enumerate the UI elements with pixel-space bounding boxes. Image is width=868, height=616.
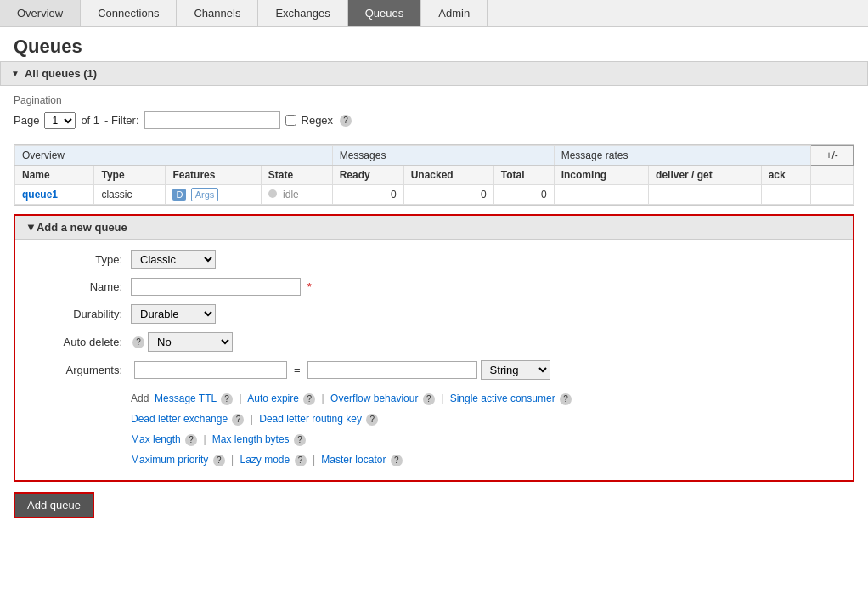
type-label: Type: xyxy=(29,253,131,266)
queue-state: idle xyxy=(261,185,332,205)
sep7: | xyxy=(313,454,315,466)
nav-item-channels[interactable]: Channels xyxy=(177,0,258,26)
col-deliver-get: deliver / get xyxy=(649,166,762,185)
page-title: Queues xyxy=(0,27,868,61)
dead-letter-exchange-help-icon[interactable]: ? xyxy=(232,414,244,426)
sep4: | xyxy=(251,413,253,425)
type-select[interactable]: Classic Quorum Stream xyxy=(131,250,216,269)
auto-delete-select[interactable]: No Yes xyxy=(148,332,233,352)
queue-deliver-get xyxy=(649,185,762,205)
required-star: * xyxy=(307,280,312,293)
lazy-mode-link[interactable]: Lazy mode xyxy=(240,454,290,466)
pagination-label: Pagination xyxy=(14,94,854,106)
nav-item-exchanges[interactable]: Exchanges xyxy=(258,0,347,26)
all-queues-label: All queues (1) xyxy=(25,67,97,80)
section-rates: Message rates xyxy=(554,146,811,166)
nav-item-overview[interactable]: Overview xyxy=(0,0,81,26)
pagination-section: Pagination Page 1 of 1 - Filter: Regex ? xyxy=(0,86,868,138)
add-text: Add xyxy=(131,393,152,404)
sep5: | xyxy=(203,433,206,445)
filter-input[interactable] xyxy=(144,111,280,129)
col-state: State xyxy=(261,166,332,185)
name-control: * xyxy=(131,278,312,296)
max-length-link[interactable]: Max length xyxy=(131,433,181,445)
sep3: | xyxy=(441,393,443,404)
add-links: Add Message TTL ? | Auto expire ? | Over… xyxy=(131,388,839,470)
add-queue-btn-wrapper: Add queue xyxy=(14,492,854,518)
lazy-mode-help-icon[interactable]: ? xyxy=(295,455,307,466)
queue-unacked: 0 xyxy=(403,185,493,205)
maximum-priority-help-icon[interactable]: ? xyxy=(213,455,225,466)
auto-delete-label: Auto delete: xyxy=(29,336,131,348)
col-ready: Ready xyxy=(332,166,403,185)
section-messages: Messages xyxy=(332,146,554,166)
main-nav: OverviewConnectionsChannelsExchangesQueu… xyxy=(0,0,868,27)
queues-table: Overview Messages Message rates +/- Name… xyxy=(14,145,854,205)
add-queue-button[interactable]: Add queue xyxy=(14,492,94,518)
max-length-bytes-help-icon[interactable]: ? xyxy=(294,434,306,446)
master-locator-link[interactable]: Master locator xyxy=(321,454,386,466)
queue-incoming xyxy=(554,185,648,205)
type-control: Classic Quorum Stream xyxy=(131,250,216,269)
dead-letter-routing-key-link[interactable]: Dead letter routing key xyxy=(259,413,362,425)
queue-ack xyxy=(761,185,811,205)
regex-checkbox[interactable] xyxy=(285,115,296,126)
message-ttl-link[interactable]: Message TTL xyxy=(155,393,217,404)
col-total: Total xyxy=(493,166,554,185)
col-unacked: Unacked xyxy=(403,166,493,185)
arguments-value-input[interactable] xyxy=(307,361,477,379)
arguments-key-input[interactable] xyxy=(134,361,287,379)
regex-help-icon[interactable]: ? xyxy=(340,115,352,127)
queue-type: classic xyxy=(94,185,166,205)
add-queue-header[interactable]: ▼ Add a new queue xyxy=(15,216,853,240)
add-queue-arrow-icon: ▼ xyxy=(25,221,37,234)
arguments-row: Arguments: = String Number Boolean xyxy=(29,360,839,380)
equals-sign: = xyxy=(290,364,304,376)
plus-minus-btn[interactable]: +/- xyxy=(811,146,854,166)
col-name: Name xyxy=(15,166,94,185)
overflow-behaviour-help-icon[interactable]: ? xyxy=(423,393,435,405)
durability-label: Durability: xyxy=(29,308,131,320)
durability-select[interactable]: Durable Transient xyxy=(131,304,216,324)
page-text: Page xyxy=(14,114,39,127)
single-active-consumer-help-icon[interactable]: ? xyxy=(560,393,572,405)
max-length-help-icon[interactable]: ? xyxy=(185,434,197,446)
nav-item-queues[interactable]: Queues xyxy=(348,0,422,26)
durability-control: Durable Transient xyxy=(131,304,216,324)
add-queue-label: Add a new queue xyxy=(37,221,127,234)
col-features: Features xyxy=(166,166,261,185)
message-ttl-help-icon[interactable]: ? xyxy=(221,393,233,405)
queue-name[interactable]: queue1 xyxy=(15,185,94,205)
dead-letter-exchange-link[interactable]: Dead letter exchange xyxy=(131,413,228,425)
badge-d: D xyxy=(172,189,186,201)
name-row: Name: * xyxy=(29,278,839,296)
queue-ready: 0 xyxy=(332,185,403,205)
auto-expire-help-icon[interactable]: ? xyxy=(303,393,315,405)
type-row: Type: Classic Quorum Stream xyxy=(29,250,839,269)
auto-delete-help-icon[interactable]: ? xyxy=(132,336,144,348)
arguments-type-select[interactable]: String Number Boolean xyxy=(481,360,550,380)
all-queues-header[interactable]: ▼ All queues (1) xyxy=(0,61,868,86)
section-overview: Overview xyxy=(15,146,333,166)
sep6: | xyxy=(231,454,234,466)
add-queue-section: ▼ Add a new queue Type: Classic Quorum S… xyxy=(14,214,854,482)
sep1: | xyxy=(239,393,241,404)
sep2: | xyxy=(322,393,324,404)
single-active-consumer-link[interactable]: Single active consumer xyxy=(450,393,555,404)
dead-letter-routing-key-help-icon[interactable]: ? xyxy=(366,414,378,426)
nav-item-connections[interactable]: Connections xyxy=(81,0,177,26)
arguments-label: Arguments: xyxy=(29,364,131,376)
nav-item-admin[interactable]: Admin xyxy=(421,0,488,26)
col-type: Type xyxy=(94,166,166,185)
auto-expire-link[interactable]: Auto expire xyxy=(247,393,299,404)
maximum-priority-link[interactable]: Maximum priority xyxy=(131,454,208,466)
max-length-bytes-link[interactable]: Max length bytes xyxy=(212,433,290,445)
of-text: of 1 xyxy=(81,114,99,127)
overflow-behaviour-link[interactable]: Overflow behaviour xyxy=(330,393,418,404)
add-queue-form: Type: Classic Quorum Stream Name: * Dura… xyxy=(15,240,853,480)
page-select[interactable]: 1 xyxy=(44,112,76,129)
auto-delete-row: Auto delete: ? No Yes xyxy=(29,332,839,352)
name-input[interactable] xyxy=(131,278,301,296)
state-label: idle xyxy=(283,189,299,201)
master-locator-help-icon[interactable]: ? xyxy=(391,455,403,466)
